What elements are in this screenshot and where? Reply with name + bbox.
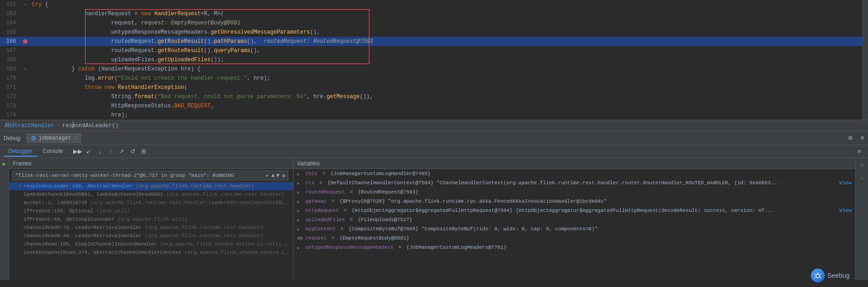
line-content-165: untypedResponseMessageHeaders.getUnresol… [30,29,868,35]
frame-item-7[interactable]: · channelRead:105, SimpleChannelInboundH… [9,240,293,248]
thread-selector[interactable]: "flink-rest-server-netty-worker-thread-2… [12,170,288,181]
frame-item-3[interactable]: · ifPresent:159, Optional (java.util) [9,207,293,215]
restore-layout-button[interactable]: ⊞ [139,146,149,157]
var-gateway[interactable]: ▶ gateway = {$Proxy26@7520} "org.apache.… [293,198,855,207]
sidebar-icon-2[interactable]: ≡ [857,174,867,184]
code-line-165: 165 untypedResponseMessageHeaders.getUnr… [0,28,868,37]
var-name-this: this [305,171,317,176]
frame-icon-1: · [18,192,21,197]
frame-icon-6: · [18,234,21,239]
line-number-165: 165 [0,29,21,35]
var-view-ctx[interactable]: View [839,180,851,186]
frame-icon-2: · [18,200,21,205]
line-number-174: 174 [0,112,21,118]
svg-line-9 [820,277,822,278]
settings-button[interactable]: ≡ [854,146,864,157]
fold-arrow-169[interactable]: ▾ [24,66,27,72]
step-out-button[interactable]: ↑ [106,146,116,157]
frame-item-1[interactable]: · lambda$channelRead0$81, lambda$channel… [9,190,293,199]
tab-close-icon[interactable]: ✕ [74,135,77,141]
var-routedRequest[interactable]: ▶ routedRequest = {RoutedRequest@7593} [293,188,855,198]
var-name-untypedResponse: untypedResponseMessageHeaders [305,245,393,250]
code-line-170: 170 log.error("Could not create the hand… [0,74,868,83]
line-content-166: routedRequest.getRouteResult().pathParam… [30,38,868,45]
resume-button[interactable]: ▶▶ [73,146,83,157]
step-over-button[interactable]: ↙ [84,146,94,157]
sidebar-icon-1[interactable]: ⚙ [857,160,867,170]
var-ctx[interactable]: ▶ ctx = {DefaultChannelHandlerContext@75… [293,179,855,188]
bottom-panels: ▶ Frames "flink-rest-server-netty-worker… [0,158,868,280]
thread-nav-up[interactable]: ▲ [271,173,275,178]
var-request[interactable]: oo request = {EmptyRequestBody@8081} [293,234,855,244]
line-number-166: 166 [0,38,21,45]
line-content-171: throw new RestHandlerException( [30,84,868,91]
thread-filter[interactable]: ⊗ [282,173,285,179]
code-line-164: 164 request, request: EmptyRequestBody@8… [0,18,868,28]
var-uploadedFiles[interactable]: ▶ uploadedFiles = {FileUploads@7527} [293,216,855,225]
var-arrow-gateway: ▶ [297,199,304,205]
frame-item-2[interactable]: · accept:-1, 1306318745 (org.apache.flin… [9,199,293,207]
fold-arrow-162[interactable]: ▾ [24,2,27,7]
var-httpRequest[interactable]: ▶ httpRequest = {HttpObjectAggregator$Ag… [293,207,855,216]
var-value-routedRequest: {RoutedRequest@7593} [358,189,851,195]
line-content-164: request, request: EmptyRequestBody@8081 [30,20,868,26]
line-content-175: } [30,121,868,128]
line-content-168: uploadedFiles.getUploadedFiles()); [30,57,868,63]
var-view-httpRequest[interactable]: View [839,208,851,213]
code-line-172: 172 String.format("Bad request, could no… [0,92,868,101]
frame-text-7: channelRead:105, SimpleChannelInboundHan… [23,241,289,247]
frame-text-5: channelRead0:78, LeaderRetrievalHandler … [23,225,264,230]
toolbar-sep-1 [70,148,70,155]
var-value-this: {JobManagerCustomLogHandler@7495} [330,171,851,176]
var-arrow-msgContent: ▶ [297,227,304,232]
code-editor: 162 ▾ try { 163 handlerRequest = new Han… [0,0,868,120]
frame-text-8: invokeChannelRead:374, AbstractChannelHa… [23,250,289,255]
frame-icon-0: ✦ [18,183,21,189]
var-arrow-this: ▶ [297,171,304,177]
var-msgContent[interactable]: ▶ msgContent = {CompositeByteBuf@7665} "… [293,225,855,234]
line-content-172: String.format("Bad request, could not pa… [30,94,868,100]
var-this[interactable]: ▶ this = {JobManagerCustomLogHandler@749… [293,170,855,179]
var-untypedResponseMessageHeaders[interactable]: ▶ untypedResponseMessageHeaders = {JobMa… [293,244,855,253]
more-icon[interactable]: ≡ [861,135,864,142]
tab-debugger[interactable]: Debugger [4,146,37,157]
code-line-175: 175 } [0,120,868,129]
frame-text-6: channelRead0:49, LeaderRetrievalHandler … [23,233,264,239]
tab-console[interactable]: Console [38,146,68,157]
var-eq-this: = [319,171,328,176]
frame-item-4[interactable]: · ifPresent:46, OptionalConsumer (org.ap… [9,215,293,223]
frame-item-5[interactable]: · channelRead0:78, LeaderRetrievalHandle… [9,223,293,232]
code-line-168: 168 uploadedFiles.getUploadedFiles()); [0,55,868,64]
line-number-168: 168 [0,57,21,63]
code-line-173: 173 HttpResponseStatus.BAD_REQUEST, [0,101,868,111]
step-into-button[interactable]: ↓ [95,146,105,157]
frame-item-6[interactable]: · channelRead0:49, LeaderRetrievalHandle… [9,232,293,240]
frame-icon-7: · [18,242,21,247]
thread-nav-down[interactable]: ▼ [276,173,280,178]
code-line-167: 167 routedRequest.getRouteResult().query… [0,46,868,55]
variables-header: Variables [293,158,855,169]
frame-item-0[interactable]: ✦ respondAsLeader:166, AbstractHandler (… [9,182,293,190]
var-arrow-httpRequest: ▶ [297,208,304,214]
var-name-uploadedFiles: uploadedFiles [305,217,345,223]
gear-icon[interactable]: ⚙ [848,134,852,142]
frame-item-8[interactable]: · invokeChannelRead:374, AbstractChannel… [9,248,293,257]
seebug-logo: Seebug [811,269,850,282]
line-number-175: 175 [0,121,21,128]
debug-tab-jobmanager[interactable]: jobmanager ✕ [26,133,81,143]
debug-panel: Debug: jobmanager ✕ ⚙ ≡ [0,131,868,145]
var-eq-uploadedFiles: = [347,217,356,223]
line-number-169: 169 [0,66,21,72]
frame-text-3: ifPresent:159, Optional (java.util) [23,208,130,214]
code-line-163: 163 handlerRequest = new HandlerRequest<… [0,9,868,18]
var-arrow-request: oo [297,236,304,241]
run-to-cursor-button[interactable]: ↗ [117,146,127,157]
var-eq-request: = [328,235,338,241]
line-number-173: 173 [0,103,21,109]
frame-text-2: accept:-1, 1306318745 (org.apache.flink.… [23,200,289,205]
var-value-msgContent: {CompositeByteBuf@7665} "CompositeByteBu… [349,226,851,232]
play-button[interactable]: ▶ [2,160,6,168]
var-eq-gateway: = [328,199,338,204]
evaluate-button[interactable]: ↺ [128,146,138,157]
breakpoint-166[interactable] [23,39,28,44]
